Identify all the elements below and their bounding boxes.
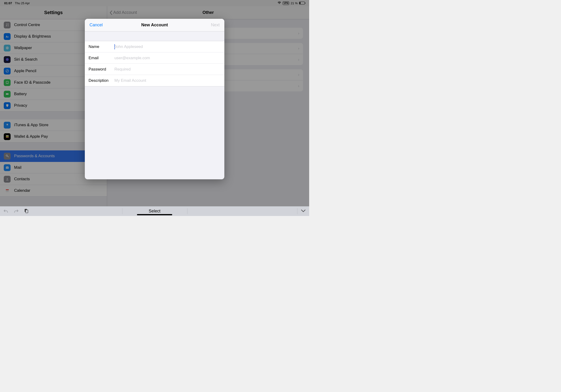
kb-divider [297, 208, 297, 214]
home-indicator [137, 214, 172, 215]
password-input[interactable] [114, 67, 221, 72]
name-input[interactable] [114, 44, 221, 49]
modal-title: New Account [85, 22, 224, 28]
description-input[interactable] [114, 78, 221, 83]
kb-divider [122, 208, 122, 214]
cancel-button[interactable]: Cancel [89, 22, 103, 28]
description-row: Description [85, 75, 224, 86]
email-label: Email [88, 56, 114, 60]
new-account-modal: Cancel New Account Next Name Email Passw… [85, 19, 224, 179]
description-label: Description [88, 78, 114, 83]
password-label: Password [88, 67, 114, 72]
next-button[interactable]: Next [211, 22, 220, 28]
email-row: Email [85, 52, 224, 64]
password-row: Password [85, 64, 224, 75]
email-input[interactable] [114, 56, 221, 60]
select-button[interactable]: Select [149, 209, 161, 213]
name-label: Name [88, 44, 114, 49]
kb-divider [187, 208, 187, 214]
name-row: Name [85, 41, 224, 52]
